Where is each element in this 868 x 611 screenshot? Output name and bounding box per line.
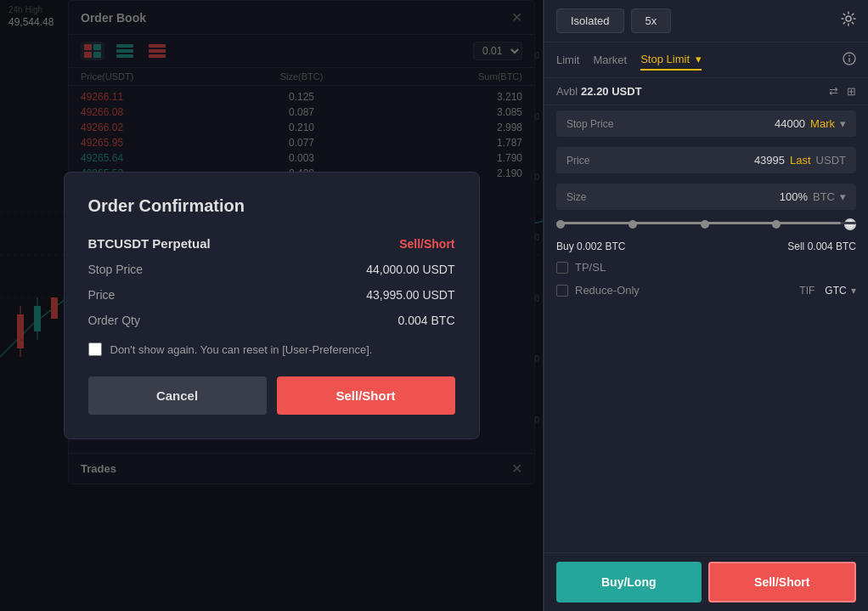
size-percent: 100% <box>780 190 808 203</box>
tif-label: TIF <box>799 285 814 297</box>
stop-price-value-group: 44000 Mark ▾ <box>775 117 846 130</box>
buy-long-button[interactable]: Buy/Long <box>556 562 702 603</box>
modal-title: Order Confirmation <box>88 196 455 216</box>
right-panel: Isolated 5x Limit Market Stop Limit ▾ Av… <box>544 0 868 611</box>
price-number: 43995 <box>754 154 785 167</box>
rp-action-buttons: Buy/Long Sell/Short <box>544 552 868 611</box>
avbl-label: Avbl <box>556 85 578 98</box>
price-label: Price <box>566 155 589 167</box>
price-currency: USDT <box>816 154 846 167</box>
rp-order-tabs: Limit Market Stop Limit ▾ <box>544 42 868 78</box>
modal-overlay: Order Confirmation BTCUSDT Perpetual Sel… <box>0 0 543 611</box>
stop-price-unit: Mark <box>810 117 835 130</box>
left-panel: 24h High 49,544.48 24h Lo 46.88 <box>0 0 544 611</box>
buy-btc-value: 0.002 BTC <box>577 240 625 252</box>
leverage-button[interactable]: 5x <box>631 8 672 33</box>
avbl-amount: 22.20 USDT <box>581 85 642 98</box>
modal-stop-price-label: Stop Price <box>88 263 144 276</box>
modal-pair-row: BTCUSDT Perpetual Sell/Short <box>88 236 455 251</box>
order-confirmation-modal: Order Confirmation BTCUSDT Perpetual Sel… <box>64 172 480 439</box>
slider-track <box>556 222 856 224</box>
transfer-icon[interactable]: ⇄ <box>829 85 838 98</box>
tp-sl-checkbox[interactable] <box>556 262 568 274</box>
tab-market[interactable]: Market <box>593 50 627 70</box>
price-field[interactable]: Price 43995 Last USDT <box>556 147 856 173</box>
price-unit-last: Last <box>790 154 811 167</box>
size-field[interactable]: Size 100% BTC ▾ <box>556 184 856 210</box>
tab-stop-limit[interactable]: Stop Limit ▾ <box>640 49 701 71</box>
cancel-button[interactable]: Cancel <box>88 376 267 415</box>
modal-checkbox-label: Don't show again. You can reset in [User… <box>110 343 373 356</box>
tab-info-icon[interactable] <box>843 52 856 69</box>
sell-short-confirm-button[interactable]: Sell/Short <box>277 376 455 415</box>
modal-qty-value: 0.004 BTC <box>398 314 455 327</box>
reduce-only-row: Reduce-Only TIF GTC ▾ <box>544 279 868 302</box>
tab-limit[interactable]: Limit <box>556 50 579 70</box>
tp-sl-row: TP/SL <box>544 256 868 279</box>
isolated-button[interactable]: Isolated <box>556 8 624 33</box>
stop-price-field[interactable]: Stop Price 44000 Mark ▾ <box>556 110 856 137</box>
rp-top-controls: Isolated 5x <box>544 0 868 42</box>
size-unit: BTC <box>813 190 835 203</box>
stop-price-label: Stop Price <box>566 118 613 130</box>
svg-point-44 <box>846 16 851 21</box>
svg-point-47 <box>848 54 850 56</box>
size-value-group: 100% BTC ▾ <box>780 190 846 203</box>
modal-buttons: Cancel Sell/Short <box>88 376 455 415</box>
rp-available-balance: Avbl 22.20 USDT ⇄ ⊞ <box>544 78 868 105</box>
sell-info: Sell 0.004 BTC <box>787 240 856 252</box>
tp-sl-label: TP/SL <box>575 261 606 274</box>
modal-qty-row: Order Qty 0.004 BTC <box>88 314 455 327</box>
reduce-only-checkbox[interactable] <box>556 285 568 297</box>
modal-stop-price-value: 44,000.00 USDT <box>366 263 454 276</box>
modal-price-value: 43,995.00 USDT <box>366 288 454 302</box>
modal-price-label: Price <box>88 288 116 302</box>
sell-short-button[interactable]: Sell/Short <box>708 562 857 603</box>
modal-dont-show-checkbox[interactable] <box>88 342 102 356</box>
buysell-info: Buy 0.002 BTC Sell 0.004 BTC <box>544 237 868 256</box>
size-label: Size <box>566 191 586 203</box>
modal-action-label: Sell/Short <box>399 237 454 251</box>
modal-price-row: Price 43,995.00 USDT <box>88 288 455 302</box>
slider-dot-100[interactable] <box>844 218 856 230</box>
stop-price-number: 44000 <box>775 117 805 130</box>
sell-btc-value: 0.004 BTC <box>808 240 856 252</box>
quantity-slider[interactable] <box>544 215 868 237</box>
modal-checkbox-row: Don't show again. You can reset in [User… <box>88 342 455 356</box>
reduce-only-label: Reduce-Only <box>575 284 640 297</box>
info-icon <box>843 52 856 65</box>
settings-button[interactable] <box>841 11 856 31</box>
calculator-icon[interactable]: ⊞ <box>847 85 856 98</box>
tif-value[interactable]: GTC ▾ <box>825 285 856 297</box>
settings-icon <box>841 11 856 26</box>
slider-fill <box>556 222 841 224</box>
price-value-group: 43995 Last USDT <box>754 154 846 167</box>
modal-pair-label: BTCUSDT Perpetual <box>88 236 211 251</box>
modal-stop-price-row: Stop Price 44,000.00 USDT <box>88 263 455 276</box>
modal-qty-label: Order Qty <box>88 314 140 327</box>
buy-info: Buy 0.002 BTC <box>556 240 625 252</box>
